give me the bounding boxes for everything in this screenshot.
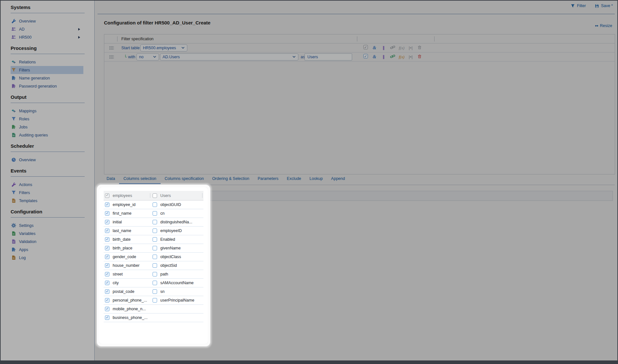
column-checkbox[interactable] [153,272,157,276]
tab-bar: Data Columns selection Columns specifica… [102,176,349,184]
delete-row-icon[interactable] [417,45,422,51]
column-checkbox[interactable] [153,246,157,250]
save-button[interactable]: Save * [595,4,613,8]
sidebar-item-ad[interactable]: AD [11,25,83,33]
column-checkbox[interactable] [105,307,109,311]
column-checkbox[interactable] [105,263,109,268]
sidebar-item-password-generation[interactable]: Password generation [11,82,83,90]
select-all-employees-checkbox[interactable] [105,193,109,198]
condition-checkbox[interactable] [363,45,368,50]
tab-columns-specification[interactable]: Columns specification [161,176,208,184]
column-checkbox[interactable] [105,298,109,303]
chevron-down-icon [153,55,156,59]
sidebar-item-relations[interactable]: Relations [11,58,83,66]
ampersand-icon[interactable]: & [372,45,377,51]
exclude-columns-icon[interactable]: |×| [408,54,413,60]
sidebar-item-roles[interactable]: Roles [11,115,83,123]
table-row: city sAMAccountName [104,279,203,287]
with-label: with [128,55,135,59]
tab-ordering-selection[interactable]: Ordering & Selection [208,176,253,184]
column-checkbox[interactable] [153,263,157,268]
funnel-icon [11,190,16,195]
tab-columns-selection[interactable]: Columns selection [119,176,160,184]
sidebar-item-actions[interactable]: Actions [11,181,83,189]
parallel-bars-icon[interactable]: ‖ [381,45,386,51]
tab-append[interactable]: Append [327,176,349,184]
sidebar-item-mappings[interactable]: Mappings [11,107,83,115]
sidebar: Systems Overview AD HR500 Processing Rel… [1,1,95,362]
sidebar-item-validation[interactable]: Validation [11,238,83,246]
column-checkbox[interactable] [153,237,157,242]
sidebar-item-variables[interactable]: Variables [11,229,83,238]
doc-icon [11,239,16,244]
drag-handle-icon[interactable] [109,55,114,59]
sidebar-item-scheduler-overview[interactable]: Overview [11,156,83,164]
column-checkbox[interactable] [153,255,157,259]
sidebar-item-overview[interactable]: Overview [11,17,83,25]
start-table-select[interactable]: HR500.employees [140,44,187,51]
ampersand-icon[interactable]: & [372,54,377,60]
link-join-icon[interactable] [390,54,395,60]
column-checkbox[interactable] [153,211,157,216]
sidebar-item-hr500[interactable]: HR500 [11,33,83,41]
join-table-select[interactable]: AD.Users [160,53,298,61]
tree-elbow-icon: └ [124,54,127,59]
drag-handle-icon[interactable] [109,46,114,50]
doc-icon [11,231,16,236]
column-checkbox[interactable] [105,202,109,207]
select-all-users-checkbox[interactable] [153,193,157,198]
column-checkbox[interactable] [105,220,109,224]
column-checkbox[interactable] [105,315,109,320]
sidebar-item-templates[interactable]: Templates [11,197,83,205]
column-checkbox[interactable] [153,229,157,233]
tab-data[interactable]: Data [102,176,119,184]
exclude-columns-icon[interactable]: |×| [408,45,413,51]
parallel-bars-icon[interactable]: ‖ [381,54,386,60]
column-checkbox[interactable] [153,202,157,207]
sidebar-section-processing: Processing [11,45,85,54]
condition-checkbox[interactable] [363,54,368,59]
table-row: personal_phone_... userPrincipalName [104,296,203,305]
sidebar-item-jobs[interactable]: Jobs [11,123,83,131]
sidebar-item-settings[interactable]: Settings [11,221,83,229]
column-checkbox[interactable] [153,220,157,224]
column-checkbox[interactable] [105,229,109,233]
sidebar-item-event-filters[interactable]: Filters [11,189,83,197]
top-toolbar: Filter Save * [571,4,613,8]
tab-parameters[interactable]: Parameters [253,176,283,184]
users-icon [11,27,16,32]
sidebar-item-log[interactable]: Log [11,254,83,262]
function-icon[interactable]: f(x) [399,45,404,51]
sidebar-item-name-generation[interactable]: Name generation [11,74,83,82]
alias-input[interactable]: Users [304,53,352,61]
function-icon[interactable]: f(x) [399,54,404,60]
save-icon [595,4,599,8]
column-checkbox[interactable] [105,289,109,294]
column-checkbox[interactable] [153,298,157,303]
link-join-icon[interactable] [390,45,395,51]
resize-button[interactable]: ↔ Resize [595,23,612,28]
tab-lookup[interactable]: Lookup [305,176,327,184]
table-row: birth_place givenName [104,244,203,253]
sidebar-item-apps[interactable]: Apps [11,246,83,254]
column-checkbox[interactable] [105,211,109,216]
sidebar-item-filters[interactable]: Filters [11,66,83,74]
page-title: Configuration of filter HR500_AD_User_Cr… [104,20,211,25]
sidebar-item-auditing-queries[interactable]: Auditing queries [11,131,83,139]
doc-pen-icon [11,76,16,80]
column-checkbox[interactable] [105,255,109,259]
join-type-select[interactable]: no [136,53,159,61]
main-content: Filter Save * Configuration of filter HR… [95,1,617,362]
tab-exclude[interactable]: Exclude [283,176,305,184]
column-checkbox[interactable] [153,281,157,285]
delete-row-icon[interactable] [417,54,422,60]
column-checkbox[interactable] [105,246,109,250]
column-checkbox[interactable] [105,272,109,276]
column-checkbox[interactable] [105,237,109,242]
table-row: mobile_phone_n... [104,305,203,313]
column-checkbox[interactable] [105,281,109,285]
column-checkbox[interactable] [153,289,157,294]
empty-cell [151,313,203,322]
filter-button[interactable]: Filter [571,4,586,8]
employees-header-cell: employees [104,191,151,200]
